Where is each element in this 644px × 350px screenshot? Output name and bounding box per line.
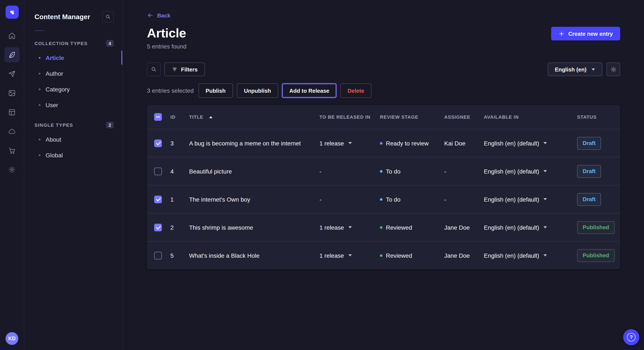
unpublish-button[interactable]: Unpublish bbox=[236, 83, 278, 98]
status-badge: Draft bbox=[577, 137, 601, 150]
create-entry-label: Create new entry bbox=[568, 30, 613, 37]
table-row[interactable]: 4 Beautiful picture - To do - English (e… bbox=[147, 157, 620, 185]
sidebar-item-label: About bbox=[46, 136, 61, 143]
table-row[interactable]: 5 What's inside a Black Hole 1 release R… bbox=[147, 241, 620, 269]
add-to-release-button[interactable]: Add to Release bbox=[282, 83, 336, 98]
single-types-list: About Global bbox=[34, 131, 114, 163]
content-manager-icon[interactable] bbox=[4, 47, 20, 62]
row-assignee: - bbox=[444, 168, 484, 175]
page-title: Article bbox=[147, 26, 186, 40]
app-window: KD Content Manager COLLECTION TYPES 4 Ar… bbox=[0, 0, 644, 350]
review-stage-dot bbox=[380, 254, 382, 257]
row-available-in[interactable]: English (en) (default) bbox=[484, 196, 577, 203]
sidebar-item-label: User bbox=[46, 101, 58, 108]
sidebar-item-user[interactable]: User bbox=[34, 97, 114, 113]
home-icon[interactable] bbox=[4, 28, 20, 43]
filters-label: Filters bbox=[181, 66, 198, 72]
review-stage-dot bbox=[380, 198, 382, 200]
review-stage-dot bbox=[380, 226, 382, 229]
media-library-icon[interactable] bbox=[4, 85, 20, 101]
row-id: 3 bbox=[170, 140, 189, 147]
delete-button[interactable]: Delete bbox=[340, 83, 372, 98]
column-header-assignee[interactable]: ASSIGNEE bbox=[444, 114, 484, 120]
bullet-icon bbox=[39, 138, 40, 140]
table-row[interactable]: 3 A bug is becoming a meme on the intern… bbox=[147, 129, 620, 157]
column-header-status[interactable]: STATUS bbox=[577, 114, 613, 120]
content-type-builder-icon[interactable] bbox=[4, 105, 20, 120]
row-release[interactable]: 1 release bbox=[320, 224, 380, 231]
filters-button[interactable]: Filters bbox=[164, 62, 205, 76]
table-row[interactable]: 1 The internet's Own boy - To do - Engli… bbox=[147, 185, 620, 213]
column-header-review-stage[interactable]: REVIEW STAGE bbox=[380, 114, 444, 120]
help-button[interactable]: ? bbox=[623, 329, 639, 345]
nav-rail: KD bbox=[0, 0, 24, 350]
sidebar-item-category[interactable]: Category bbox=[34, 81, 114, 97]
row-assignee: Kai Doe bbox=[444, 140, 484, 147]
user-avatar[interactable]: KD bbox=[6, 332, 18, 345]
row-title: Beautiful picture bbox=[189, 168, 320, 175]
title-row: Article Create new entry bbox=[147, 26, 620, 40]
row-checkbox[interactable] bbox=[154, 195, 162, 203]
row-review-stage: Reviewed bbox=[380, 224, 444, 231]
row-title: What's inside a Black Hole bbox=[189, 252, 320, 259]
select-all-checkbox[interactable] bbox=[154, 113, 162, 121]
bullet-icon bbox=[39, 72, 40, 74]
row-review-stage: To do bbox=[380, 168, 444, 175]
sidebar-search-button[interactable] bbox=[102, 11, 114, 22]
bullet-icon bbox=[39, 57, 40, 58]
row-available-in[interactable]: English (en) (default) bbox=[484, 224, 577, 231]
back-arrow-icon bbox=[147, 12, 154, 19]
row-id: 5 bbox=[170, 252, 189, 259]
rail-nav bbox=[4, 28, 20, 177]
row-release[interactable]: - bbox=[320, 168, 380, 175]
selection-count: 3 entries selected bbox=[147, 87, 194, 94]
row-checkbox[interactable] bbox=[154, 167, 162, 175]
publish-button[interactable]: Publish bbox=[198, 83, 233, 98]
section-count-badge: 4 bbox=[106, 40, 114, 47]
deploy-cloud-icon[interactable] bbox=[4, 124, 20, 139]
release-caret-icon bbox=[348, 254, 352, 256]
row-review-stage: Reviewed bbox=[380, 252, 444, 259]
single-types-section-header: SINGLE TYPES 2 bbox=[34, 120, 114, 131]
column-header-release[interactable]: TO BE RELEASED IN bbox=[320, 114, 380, 120]
row-assignee: Jane Doe bbox=[444, 224, 484, 231]
row-available-in[interactable]: English (en) (default) bbox=[484, 252, 577, 259]
locale-select[interactable]: English (en) bbox=[548, 62, 602, 76]
row-available-in[interactable]: English (en) (default) bbox=[484, 168, 577, 175]
marketplace-cart-icon[interactable] bbox=[4, 143, 20, 158]
back-link[interactable]: Back bbox=[147, 12, 170, 19]
sidebar-item-global[interactable]: Global bbox=[34, 147, 114, 163]
row-release[interactable]: - bbox=[320, 196, 380, 203]
row-checkbox[interactable] bbox=[154, 252, 162, 259]
chevron-down-icon bbox=[544, 226, 547, 228]
row-release[interactable]: 1 release bbox=[320, 140, 380, 147]
column-header-title[interactable]: TITLE bbox=[189, 114, 320, 120]
row-review-stage: Ready to review bbox=[380, 140, 444, 147]
collection-types-list: Article Author Category User bbox=[34, 50, 114, 113]
row-release[interactable]: 1 release bbox=[320, 252, 380, 259]
sidebar-item-article[interactable]: Article bbox=[34, 50, 114, 65]
search-button[interactable] bbox=[147, 62, 160, 76]
table-row[interactable]: 2 This shrimp is awesome 1 release Revie… bbox=[147, 213, 620, 241]
strapi-logo[interactable] bbox=[5, 5, 18, 19]
sidebar-item-label: Global bbox=[46, 152, 63, 159]
row-checkbox[interactable] bbox=[154, 139, 162, 147]
sidebar-item-author[interactable]: Author bbox=[34, 65, 114, 81]
selection-bar: 3 entries selected Publish Unpublish Add… bbox=[147, 83, 620, 98]
entries-count: 5 entries found bbox=[147, 43, 620, 50]
column-header-available-in[interactable]: AVAILABLE IN bbox=[484, 114, 577, 120]
bullet-icon bbox=[39, 88, 40, 90]
sidebar-item-about[interactable]: About bbox=[34, 131, 114, 147]
releases-icon[interactable] bbox=[4, 66, 20, 82]
row-available-in[interactable]: English (en) (default) bbox=[484, 140, 577, 147]
column-header-id[interactable]: ID bbox=[170, 114, 189, 120]
row-checkbox[interactable] bbox=[154, 223, 162, 231]
table-header-row: ID TITLE TO BE RELEASED IN REVIEW STAGE … bbox=[147, 105, 620, 129]
row-title: The internet's Own boy bbox=[189, 196, 320, 203]
table-settings-button[interactable] bbox=[606, 62, 620, 76]
create-entry-button[interactable]: Create new entry bbox=[551, 27, 620, 40]
gear-icon bbox=[610, 66, 616, 72]
sort-asc-icon bbox=[209, 116, 213, 118]
plus-icon bbox=[558, 30, 565, 37]
settings-gear-icon[interactable] bbox=[4, 162, 20, 177]
